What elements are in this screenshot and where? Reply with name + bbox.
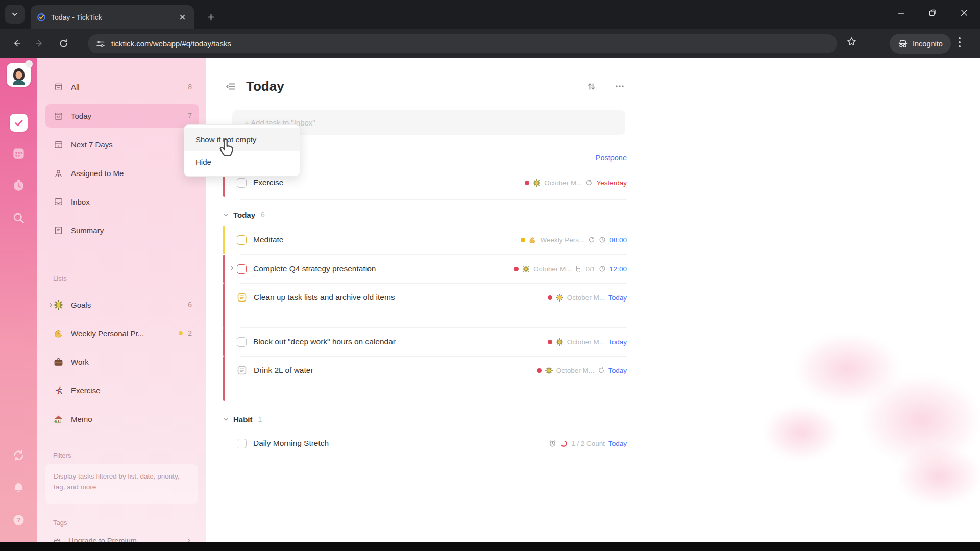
tags-section-header: Tags bbox=[53, 519, 67, 527]
menu-item-hide[interactable]: Hide bbox=[184, 151, 300, 173]
sidebar-item-all[interactable]: All 8 bbox=[45, 75, 199, 98]
sidebar-list-exercise[interactable]: Exercise bbox=[45, 379, 199, 402]
pomodoro-nav-button[interactable] bbox=[0, 179, 37, 192]
chevron-down-icon[interactable] bbox=[223, 212, 229, 218]
repeat-icon bbox=[598, 367, 605, 374]
sidebar: All 8 16 Today 7 7 Next 7 Days Assigned … bbox=[37, 58, 206, 542]
more-options-button[interactable] bbox=[612, 79, 627, 93]
sidebar-item-next-7-days[interactable]: 7 Next 7 Days bbox=[45, 133, 199, 156]
calendar-nav-button[interactable] bbox=[0, 146, 37, 160]
task-row[interactable]: Meditate Weekly Pers... 08:00 bbox=[223, 227, 627, 253]
habit-row[interactable]: Daily Morning Stretch 1 / 2 Count Today bbox=[223, 430, 627, 457]
task-row[interactable]: Clean up task lists and archive old item… bbox=[223, 284, 627, 327]
upgrade-to-premium-button[interactable]: Upgrade to Premium bbox=[45, 531, 199, 542]
plus-icon bbox=[207, 13, 215, 21]
task-checkbox[interactable] bbox=[237, 337, 247, 347]
next-7-days-icon: 7 bbox=[53, 139, 63, 149]
sidebar-item-today[interactable]: 16 Today 7 bbox=[45, 104, 199, 128]
sidebar-item-inbox[interactable]: Inbox bbox=[45, 190, 199, 213]
section-header-habit[interactable]: Habit 1 bbox=[223, 412, 262, 427]
habit-checkbox[interactable] bbox=[237, 439, 247, 448]
tab-close-button[interactable] bbox=[177, 12, 188, 23]
new-tab-button[interactable] bbox=[202, 8, 219, 26]
row-divider bbox=[240, 199, 627, 200]
list-color-dot bbox=[179, 331, 183, 335]
task-title[interactable]: Complete Q4 strategy presentation bbox=[253, 264, 376, 273]
sidebar-item-summary[interactable]: Summary bbox=[45, 218, 199, 242]
priority-dot bbox=[548, 295, 552, 300]
decorative-blob bbox=[763, 405, 840, 461]
incognito-icon bbox=[898, 39, 908, 49]
tab-title: Today - TickTick bbox=[51, 13, 177, 21]
sidebar-list-goals[interactable]: Goals 6 bbox=[45, 293, 199, 316]
house-list-icon bbox=[53, 414, 63, 424]
section-header-today[interactable]: Today 6 bbox=[223, 208, 265, 222]
note-checkbox[interactable] bbox=[237, 365, 247, 375]
task-title[interactable]: Exercise bbox=[253, 178, 283, 187]
task-row[interactable]: Complete Q4 strategy presentation Octobe… bbox=[223, 256, 627, 282]
task-checkbox[interactable] bbox=[237, 235, 247, 245]
pomodoro-timer-icon bbox=[12, 179, 26, 192]
sidebar-list-work[interactable]: Work bbox=[45, 350, 199, 373]
subtask-progress: 0/1 bbox=[585, 265, 595, 273]
more-dots-icon bbox=[615, 81, 625, 91]
task-row[interactable]: Drink 2L of water October M... Today - bbox=[223, 357, 627, 400]
sidebar-item-label: Weekly Personal Pr... bbox=[71, 329, 179, 338]
browser-tab[interactable]: Today - TickTick bbox=[31, 5, 194, 29]
url-text[interactable]: ticktick.com/webapp/#q/today/tasks bbox=[111, 39, 231, 48]
note-checkbox[interactable] bbox=[237, 292, 247, 303]
sidebar-list-weekly-personal[interactable]: Weekly Personal Pr... 2 bbox=[45, 321, 199, 345]
task-description: - bbox=[255, 383, 257, 390]
sidebar-item-label: Exercise bbox=[71, 386, 192, 395]
sidebar-list-memo[interactable]: Memo bbox=[45, 407, 199, 431]
expand-chevron-icon[interactable] bbox=[48, 300, 54, 309]
chevron-down-icon[interactable] bbox=[223, 417, 229, 422]
task-row[interactable]: Block out "deep work" hours on calendar … bbox=[223, 329, 627, 355]
incognito-label: Incognito bbox=[913, 40, 943, 48]
browser-menu-button[interactable] bbox=[959, 37, 961, 47]
list-star-icon bbox=[556, 294, 564, 302]
collapse-sidebar-button[interactable] bbox=[223, 79, 237, 93]
sort-button[interactable] bbox=[584, 79, 598, 93]
task-list-name: October M... bbox=[556, 367, 594, 374]
detail-pane bbox=[641, 58, 980, 542]
minimize-button[interactable] bbox=[885, 0, 917, 26]
priority-dot bbox=[514, 267, 519, 271]
tab-search-button[interactable] bbox=[5, 5, 24, 24]
habit-title[interactable]: Daily Morning Stretch bbox=[253, 439, 329, 448]
upgrade-label: Upgrade to Premium bbox=[68, 537, 137, 542]
notifications-button[interactable] bbox=[0, 481, 37, 495]
task-description: - bbox=[255, 310, 257, 317]
sidebar-item-assigned-to-me[interactable]: Assigned to Me bbox=[45, 161, 199, 185]
task-title[interactable]: Clean up task lists and archive old item… bbox=[254, 293, 395, 302]
avatar-image bbox=[9, 65, 29, 85]
task-checkbox[interactable] bbox=[237, 264, 247, 274]
sync-button[interactable] bbox=[0, 448, 37, 462]
forward-button[interactable] bbox=[30, 33, 50, 54]
address-bar[interactable]: ticktick.com/webapp/#q/today/tasks bbox=[88, 34, 837, 53]
postpone-link[interactable]: Postpone bbox=[596, 154, 627, 162]
task-checkbox[interactable] bbox=[237, 178, 247, 188]
filters-section-header: Filters bbox=[53, 452, 71, 459]
task-title[interactable]: Drink 2L of water bbox=[254, 366, 313, 375]
help-button[interactable]: ? bbox=[0, 513, 37, 527]
task-title[interactable]: Meditate bbox=[253, 235, 283, 244]
tasks-nav-icon-active[interactable] bbox=[10, 114, 28, 132]
bookmark-button[interactable] bbox=[846, 36, 857, 49]
sidebar-item-label: Inbox bbox=[71, 197, 192, 206]
sort-icon bbox=[586, 82, 596, 91]
menu-item-show-if-not-empty[interactable]: Show if not empty bbox=[184, 128, 300, 151]
task-title[interactable]: Block out "deep work" hours on calendar bbox=[253, 337, 396, 346]
avatar[interactable] bbox=[7, 63, 31, 87]
sidebar-item-count: 7 bbox=[188, 112, 192, 120]
search-nav-button[interactable] bbox=[0, 211, 37, 225]
reload-button[interactable] bbox=[53, 33, 74, 54]
section-count: 1 bbox=[258, 415, 262, 423]
close-window-button[interactable] bbox=[948, 0, 980, 26]
sidebar-item-label: Goals bbox=[71, 300, 188, 309]
restore-button[interactable] bbox=[917, 0, 948, 26]
section-name: Today bbox=[233, 211, 255, 219]
back-button[interactable] bbox=[6, 33, 27, 54]
task-list-name: October M... bbox=[567, 294, 605, 302]
filters-hint-card[interactable]: Display tasks filtered by list, date, pr… bbox=[45, 464, 198, 504]
